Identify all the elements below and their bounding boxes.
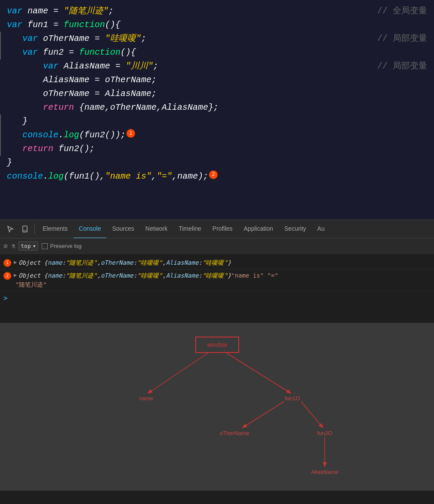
code-line-3: var oTherName = "哇嗄嗄" ; // 局部变量 — [0, 32, 434, 46]
code-line-13: console . log (fun1(), "name is" , "=" ,… — [0, 170, 434, 183]
context-selector[interactable]: top ▾ — [18, 241, 38, 250]
oTherName-node-label: oTherName — [219, 430, 249, 436]
code-line-12: } — [0, 156, 434, 170]
tab-console[interactable]: Console — [74, 220, 106, 238]
console-toolbar: ⊘ ⚗ top ▾ Preserve log — [0, 238, 434, 254]
scope-diagram: window name fun1O oTherName fun2O AliasN… — [0, 323, 434, 491]
preserve-log-checkbox[interactable] — [42, 243, 48, 249]
row-badge-2: 2 — [3, 272, 11, 280]
fun1O-node-label: fun1O — [285, 395, 300, 402]
device-icon[interactable] — [18, 222, 32, 236]
dropdown-arrow-icon: ▾ — [33, 243, 36, 249]
code-line-11: return fun2(); — [0, 142, 434, 156]
tab-security[interactable]: Security — [279, 220, 311, 238]
console-prompt[interactable]: > — [0, 291, 434, 305]
code-line-9: } — [0, 114, 434, 128]
code-line-8: return {name,oTherName,AliasName}; — [0, 101, 434, 114]
tab-timeline[interactable]: Timeline — [173, 220, 206, 238]
cursor-icon[interactable] — [3, 222, 17, 236]
code-editor: var name = "随笔川迹" ; // 全局变量 var fun1 = f… — [0, 0, 434, 220]
tab-profiles[interactable]: Profiles — [207, 220, 238, 238]
breakpoint-badge-1: 1 — [126, 129, 135, 138]
console-row-1: 1 ▶ Object { name : "随笔川迹" , oTherName :… — [0, 257, 434, 269]
code-line-7: oTherName = AliasName; — [0, 87, 434, 101]
block-icon[interactable]: ⊘ — [3, 242, 8, 250]
expand-arrow-2[interactable]: ▶ — [14, 271, 17, 279]
name-node-label: name — [139, 395, 153, 402]
separator — [34, 224, 35, 234]
scope-diagram-svg: window name fun1O oTherName fun2O AliasN… — [67, 329, 368, 484]
console-output: 1 ▶ Object { name : "随笔川迹" , oTherName :… — [0, 254, 434, 323]
tab-sources[interactable]: Sources — [107, 220, 139, 238]
code-line-1: var name = "随笔川迹" ; // 全局变量 — [0, 4, 434, 18]
arrow-fun1O-otherName — [243, 402, 284, 427]
preserve-log-checkbox-area: Preserve log — [42, 243, 82, 249]
arrow-window-fun1O — [226, 352, 290, 393]
aliasName-node-label: AliasName — [311, 469, 338, 475]
code-line-5: var AliasName = "川川" ; // 局部变量 — [0, 59, 434, 73]
preserve-log-label: Preserve log — [50, 243, 82, 249]
arrow-window-name — [148, 352, 209, 393]
code-line-10: console . log (fun2()); 1 — [0, 128, 434, 142]
tab-au[interactable]: Au — [312, 220, 330, 238]
fun2O-node-label: fun2O — [317, 430, 332, 436]
console-row-2: 2 ▶ Object { name : "随笔川迹" , oTherName :… — [0, 269, 434, 291]
keyword-var: var — [7, 5, 28, 17]
window-node-label: window — [206, 341, 228, 348]
code-line-2: var fun1 = function (){ — [0, 18, 434, 32]
tab-application[interactable]: Application — [239, 220, 279, 238]
row-badge-1: 1 — [3, 259, 11, 267]
expand-arrow-1[interactable]: ▶ — [14, 258, 17, 266]
filter-icon[interactable]: ⚗ — [11, 242, 15, 250]
breakpoint-badge-2: 2 — [209, 170, 218, 179]
tab-elements[interactable]: Elements — [37, 220, 73, 238]
arrow-fun1O-fun2O — [301, 402, 323, 427]
tab-network[interactable]: Network — [140, 220, 172, 238]
devtools-tabs: Elements Console Sources Network Timelin… — [0, 220, 434, 238]
svg-rect-0 — [23, 226, 27, 232]
code-line-4: var fun2 = function (){ — [0, 46, 434, 59]
code-line-6: AliasName = oTherName; — [0, 73, 434, 87]
